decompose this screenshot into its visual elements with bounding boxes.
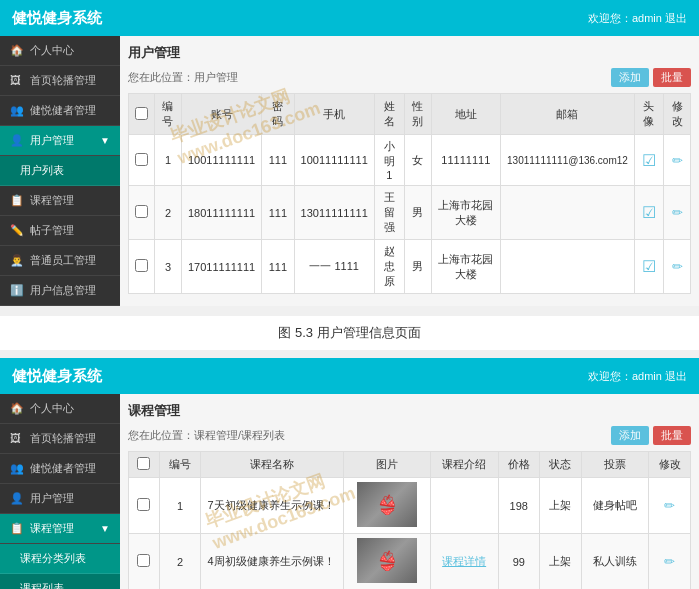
select-all-checkbox[interactable] (135, 107, 148, 120)
col-check (129, 452, 160, 478)
row-email (501, 240, 635, 294)
row-address: 上海市花园大楼 (431, 186, 500, 240)
user-table: 编号 账号 密码 手机 姓名 性别 地址 邮箱 头像 修改 (128, 93, 691, 294)
edit-icon: ✏️ (10, 224, 24, 238)
col-phone: 手机 (294, 94, 374, 135)
row-cprice: 99 (498, 534, 540, 590)
col-account: 账号 (181, 94, 261, 135)
col-id: 编号 (155, 94, 182, 135)
row-edit[interactable]: ✏ (664, 240, 691, 294)
app-header-1: 健悦健身系统 欢迎您：admin 退出 (0, 0, 699, 36)
app-body-2: 🏠 个人中心 🖼 首页轮播管理 👥 健悦健者管理 👤 用户管理 (0, 394, 699, 589)
image-icon: 🖼 (10, 74, 24, 88)
row-check[interactable] (129, 240, 155, 294)
row-cstatus: 上架 (540, 534, 582, 590)
course-detail-link[interactable]: 课程详情 (442, 555, 486, 567)
sidebar-item-usermgr[interactable]: 👤 用户管理 ▼ (0, 126, 120, 156)
sidebar2-item-members[interactable]: 👥 健悦健者管理 (0, 454, 120, 484)
app-header-2: 健悦健身系统 欢迎您：admin 退出 (0, 358, 699, 394)
row-check[interactable] (129, 478, 160, 534)
toolbar-1: 添加 批量 (611, 68, 691, 87)
row-cedit[interactable]: ✏ (649, 478, 691, 534)
row-edit[interactable]: ✏ (664, 186, 691, 240)
row-cdetail[interactable] (430, 478, 498, 534)
row-account: 18011111111 (181, 186, 261, 240)
add-button-1[interactable]: 添加 (611, 68, 649, 87)
list-icon-2: 📋 (10, 522, 24, 536)
row-cedit[interactable]: ✏ (649, 534, 691, 590)
section-title-2: 课程管理 (128, 402, 691, 420)
sidebar-item-staff[interactable]: 👨‍💼 普通员工管理 (0, 246, 120, 276)
row-address: 上海市花园大楼 (431, 240, 500, 294)
breadcrumb-2: 您在此位置：课程管理/课程列表 (128, 428, 285, 443)
sidebar-item-userinfo[interactable]: ℹ️ 用户信息管理 (0, 276, 120, 306)
toolbar-2: 添加 批量 (611, 426, 691, 445)
row-check[interactable] (129, 534, 160, 590)
row-check[interactable] (129, 186, 155, 240)
app-logo-1: 健悦健身系统 (12, 9, 102, 28)
sidebar-item-userlist[interactable]: 用户列表 (0, 156, 120, 186)
col-checkbox (129, 94, 155, 135)
col-edit: 修改 (664, 94, 691, 135)
main-content-2: 课程管理 您在此位置：课程管理/课程列表 添加 批量 编号 (120, 394, 699, 589)
main-content-1: 用户管理 您在此位置：用户管理 添加 批量 编号 (120, 36, 699, 306)
sidebar-2: 🏠 个人中心 🖼 首页轮播管理 👥 健悦健者管理 👤 用户管理 (0, 394, 120, 589)
row-name: 小明1 (374, 135, 404, 186)
sidebar-item-members[interactable]: 👥 健悦健者管理 (0, 96, 120, 126)
col-cdetail: 课程介绍 (430, 452, 498, 478)
row-cvotes: 私人训练 (581, 534, 649, 590)
sidebar2-item-carousel[interactable]: 🖼 首页轮播管理 (0, 424, 120, 454)
row-id: 1 (155, 135, 182, 186)
row-phone: 一一 1111 (294, 240, 374, 294)
col-cstatus: 状态 (540, 452, 582, 478)
course-img-inner: 👙 (357, 482, 417, 527)
edit-btn[interactable]: ✏ (672, 259, 683, 274)
row-id: 3 (155, 240, 182, 294)
course-row: 2 4周初级健康养生示例课！ 👙 课程详情 99 上架 私人训练 ✏ (129, 534, 691, 590)
sidebar2-item-coursecatlist[interactable]: 课程分类列表 (0, 544, 120, 574)
sidebar2-item-courselist[interactable]: 课程列表 (0, 574, 120, 589)
col-cid: 编号 (159, 452, 201, 478)
image-icon-2: 🖼 (10, 432, 24, 446)
row-cdetail[interactable]: 课程详情 (430, 534, 498, 590)
course-table: 编号 课程名称 图片 课程介绍 价格 状态 投票 修改 (128, 451, 691, 589)
edit-btn-c[interactable]: ✏ (664, 554, 675, 569)
del-button-2[interactable]: 批量 (653, 426, 691, 445)
sidebar2-item-usermgr[interactable]: 👤 用户管理 (0, 484, 120, 514)
row-address: 11111111 (431, 135, 500, 186)
sidebar-item-carousel[interactable]: 🖼 首页轮播管理 (0, 66, 120, 96)
sidebar-1: 🏠 个人中心 🖼 首页轮播管理 👥 健悦健者管理 👤 用户管理 ▼ (0, 36, 120, 306)
row-cvotes: 健身帖吧 (581, 478, 649, 534)
edit-btn[interactable]: ✏ (672, 205, 683, 220)
course-image: 👙 (357, 538, 417, 583)
screenshot-container: 健悦健身系统 欢迎您：admin 退出 🏠 个人中心 🖼 首页轮播管理 (0, 0, 699, 589)
sidebar2-item-coursemgr[interactable]: 📋 课程管理 ▼ (0, 514, 120, 544)
edit-btn-c[interactable]: ✏ (664, 498, 675, 513)
row-cimg: 👙 (344, 478, 431, 534)
select-all-checkbox-2[interactable] (137, 457, 150, 470)
row-check[interactable] (129, 135, 155, 186)
row-cid: 1 (159, 478, 201, 534)
row-phone: 13011111111 (294, 186, 374, 240)
del-button-1[interactable]: 批量 (653, 68, 691, 87)
edit-btn[interactable]: ✏ (672, 153, 683, 168)
user-row: 3 17011111111 111 一一 1111 赵忠原 男 上海市花园大楼 … (129, 240, 691, 294)
user-row: 2 18011111111 111 13011111111 王留强 男 上海市花… (129, 186, 691, 240)
row-cid: 2 (159, 534, 201, 590)
app-body-1: 🏠 个人中心 🖼 首页轮播管理 👥 健悦健者管理 👤 用户管理 ▼ (0, 36, 699, 306)
sidebar-item-posts[interactable]: ✏️ 帖子管理 (0, 216, 120, 246)
sidebar-item-courses[interactable]: 📋 课程管理 (0, 186, 120, 216)
row-pwd: 111 (262, 135, 294, 186)
figure-1: 健悦健身系统 欢迎您：admin 退出 🏠 个人中心 🖼 首页轮播管理 (0, 0, 699, 306)
user-icon: 👤 (10, 134, 24, 148)
sidebar-item-personal[interactable]: 🏠 个人中心 (0, 36, 120, 66)
add-button-2[interactable]: 添加 (611, 426, 649, 445)
col-gender: 性别 (404, 94, 431, 135)
row-edit[interactable]: ✏ (664, 135, 691, 186)
figure-2: 健悦健身系统 欢迎您：admin 退出 🏠 个人中心 🖼 首页轮播管理 (0, 358, 699, 589)
row-gender: 男 (404, 240, 431, 294)
row-name: 赵忠原 (374, 240, 404, 294)
sidebar2-item-personal[interactable]: 🏠 个人中心 (0, 394, 120, 424)
course-image: 👙 (357, 482, 417, 527)
people-icon: 👨‍💼 (10, 254, 24, 268)
